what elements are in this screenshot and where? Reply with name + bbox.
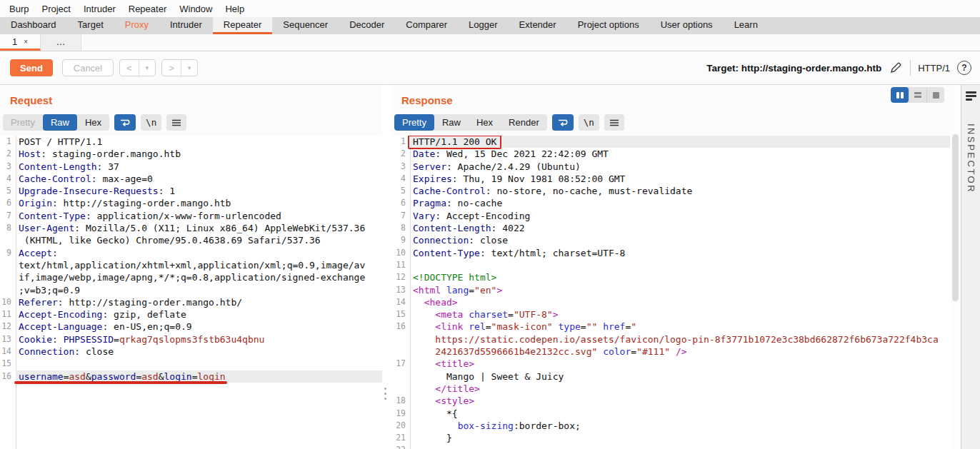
line-number: 13	[391, 284, 410, 296]
code-line: 8Content-Length: 4022	[391, 222, 950, 234]
cancel-button[interactable]: Cancel	[62, 59, 114, 76]
menu-intruder[interactable]: Intruder	[77, 4, 122, 14]
code-line: 22	[391, 444, 950, 449]
repeater-tab--[interactable]: …	[41, 34, 81, 51]
line-number: 3	[391, 161, 410, 173]
tab-repeater[interactable]: Repeater	[213, 17, 272, 34]
code-line: 9Accept:	[0, 247, 382, 259]
line-number: 8	[391, 222, 410, 234]
send-button[interactable]: Send	[10, 59, 53, 76]
line-number	[391, 383, 410, 395]
code-line: 19 *{	[391, 408, 950, 420]
line-number: 4	[0, 173, 16, 185]
annotation-box: HTTP/1.1 200 OK	[408, 136, 501, 149]
tab-intruder[interactable]: Intruder	[159, 17, 213, 34]
menu-project[interactable]: Project	[35, 4, 76, 14]
panel-splitter-handle[interactable]	[384, 388, 387, 400]
code-line: https://static.codepen.io/assets/favicon…	[391, 333, 950, 345]
tab-project-options[interactable]: Project options	[567, 17, 650, 34]
code-line: 15	[0, 358, 382, 370]
code-line: 12Accept-Language: en-US,en;q=0.9	[0, 321, 382, 333]
tab-dashboard[interactable]: Dashboard	[0, 17, 67, 34]
line-number: 19	[391, 408, 410, 420]
show-newlines-toggle[interactable]: \n	[141, 114, 161, 131]
view-tab-pretty[interactable]: Pretty	[394, 114, 434, 131]
view-tab-raw[interactable]: Raw	[43, 114, 77, 131]
line-number: 22	[391, 444, 410, 449]
tab-proxy[interactable]: Proxy	[114, 17, 159, 34]
response-menu-icon[interactable]	[604, 114, 624, 131]
inspector-collapse-icon[interactable]	[966, 91, 976, 101]
tab-learn[interactable]: Learn	[724, 17, 769, 34]
request-view-tabs: PrettyRawHex	[3, 114, 109, 131]
code-line: 14 <head>	[391, 296, 950, 308]
response-editor[interactable]: 1HTTP/1.1 200 OK2Date: Wed, 15 Dec 2021 …	[391, 136, 950, 449]
tab-label: 1	[12, 36, 17, 47]
word-wrap-toggle-icon[interactable]	[552, 114, 574, 131]
line-number	[0, 234, 16, 246]
line-number: 12	[0, 321, 16, 333]
tab-sequencer[interactable]: Sequencer	[272, 17, 339, 34]
code-line: 11Accept-Encoding: gzip, deflate	[0, 308, 382, 321]
word-wrap-toggle-icon[interactable]	[114, 114, 136, 131]
tab-target[interactable]: Target	[67, 17, 114, 34]
tab-extender[interactable]: Extender	[509, 17, 567, 34]
tab-user-options[interactable]: User options	[650, 17, 724, 34]
view-tab-pretty[interactable]: Pretty	[3, 114, 43, 131]
edit-target-pencil-icon[interactable]	[889, 61, 903, 75]
layout-rows-icon[interactable]	[909, 87, 926, 103]
menu-repeater[interactable]: Repeater	[122, 4, 173, 14]
view-tab-hex[interactable]: Hex	[77, 114, 109, 131]
menu-window[interactable]: Window	[173, 4, 219, 14]
line-number: 10	[391, 247, 410, 259]
line-number: 7	[0, 210, 16, 222]
response-panel-title: Response	[401, 94, 950, 106]
request-menu-icon[interactable]	[166, 114, 186, 131]
menu-burp[interactable]: Burp	[3, 4, 35, 14]
tab-logger[interactable]: Logger	[458, 17, 508, 34]
response-controls: PrettyRawHexRender \n	[394, 114, 624, 131]
next-arrow[interactable]: >	[162, 60, 181, 76]
line-number: 5	[0, 185, 16, 197]
view-tab-hex[interactable]: Hex	[469, 114, 501, 131]
next-dropdown-caret-icon[interactable]: ▾	[181, 60, 198, 76]
show-newlines-toggle[interactable]: \n	[579, 114, 599, 131]
next-response-button[interactable]: > ▾	[161, 59, 198, 76]
inspector-sidebar[interactable]: INSPECTOR	[961, 85, 980, 449]
tab-label: …	[56, 36, 66, 47]
request-panel: Request PrettyRawHex \n 1POST / HTTP/1.1…	[0, 85, 382, 449]
code-line: </title>	[391, 383, 950, 395]
code-line: 1HTTP/1.1 200 OK	[391, 136, 950, 148]
layout-single-icon[interactable]	[926, 87, 944, 103]
code-line: 8User-Agent: Mozilla/5.0 (X11; Linux x86…	[0, 222, 382, 234]
code-line: 3Server: Apache/2.4.29 (Ubuntu)	[391, 161, 950, 173]
code-line: 6Pragma: no-cache	[391, 197, 950, 209]
line-number: 11	[0, 308, 16, 321]
line-number	[391, 345, 410, 358]
repeater-tab-1[interactable]: 1×	[0, 34, 41, 51]
view-tab-raw[interactable]: Raw	[434, 114, 469, 131]
code-line: ;v=b3;q=0.9	[0, 284, 382, 296]
line-number: 20	[391, 420, 410, 432]
code-line: 2Host: staging-order.mango.htb	[0, 148, 382, 160]
tab-decoder[interactable]: Decoder	[339, 17, 395, 34]
toolbar-divider	[910, 60, 911, 76]
prev-response-button[interactable]: < ▾	[119, 59, 156, 76]
close-tab-icon[interactable]: ×	[24, 38, 28, 46]
help-icon[interactable]: ?	[957, 61, 971, 75]
response-scrollbar-thumb[interactable]	[952, 134, 959, 301]
http-version-selector[interactable]: HTTP/1	[918, 63, 950, 74]
menu-help[interactable]: Help	[219, 4, 251, 14]
response-panel: Response PrettyRawHexRender \n 1HTTP/1.1…	[391, 85, 950, 449]
code-line: 13Cookie: PHPSESSID=qrkag7qslopms3fstb63…	[0, 333, 382, 345]
menu-bar: BurpProjectIntruderRepeaterWindowHelp	[0, 0, 980, 17]
prev-dropdown-caret-icon[interactable]: ▾	[139, 60, 156, 76]
prev-arrow[interactable]: <	[120, 60, 139, 76]
tab-comparer[interactable]: Comparer	[395, 17, 458, 34]
layout-columns-icon[interactable]	[891, 87, 909, 103]
layout-switcher	[891, 87, 944, 103]
request-controls: PrettyRawHex \n	[3, 114, 186, 131]
view-tab-render[interactable]: Render	[501, 114, 547, 131]
request-editor[interactable]: 1POST / HTTP/1.12Host: staging-order.man…	[0, 136, 382, 449]
code-line: 6Origin: http://staging-order.mango.htb	[0, 197, 382, 209]
